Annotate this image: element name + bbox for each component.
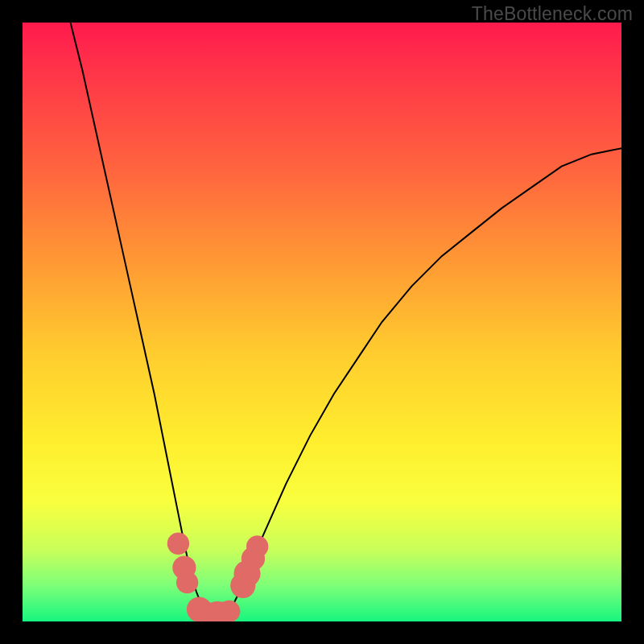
data-point [176, 572, 198, 593]
bottleneck-curve [71, 23, 621, 617]
watermark-label: TheBottleneck.com [472, 3, 633, 25]
plot-area [23, 23, 621, 621]
data-point [246, 535, 268, 557]
data-point [218, 601, 240, 621]
data-markers [167, 533, 269, 621]
chart-frame: TheBottleneck.com [0, 0, 644, 644]
chart-svg [23, 23, 621, 621]
data-point [167, 533, 189, 555]
